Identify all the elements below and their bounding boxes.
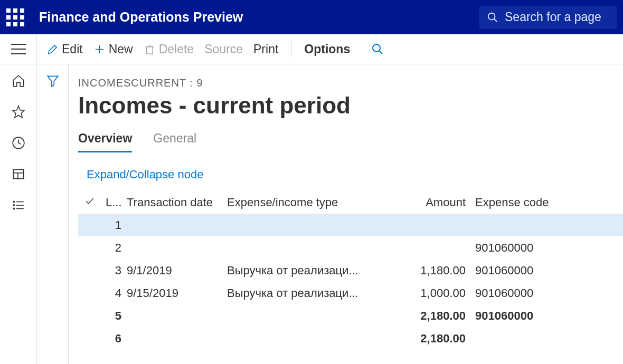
svg-marker-20 [48,76,58,87]
options-label: Options [304,42,350,56]
app-launcher-icon[interactable] [6,8,24,26]
breadcrumb: INCOMESCURRENT : 9 [78,77,623,89]
svg-point-0 [488,13,495,20]
delete-label: Delete [159,42,194,56]
action-toolbar: Edit New Delete Source Print Options [0,34,623,64]
svg-line-8 [380,51,383,54]
cell-date: 9/15/2019 [127,286,227,300]
cell-line: 1 [106,218,127,232]
search-placeholder: Search for a page [505,10,601,24]
checkmark-icon [84,196,95,206]
search-icon [371,43,384,55]
table-row[interactable]: 6 2,180.00 [78,327,623,350]
cell-code: 901060000 [475,286,581,300]
star-icon [12,105,25,119]
expand-collapse-link[interactable]: Expand/Collapse node [87,168,623,181]
cell-line: 2 [106,241,127,255]
col-line[interactable]: L... [106,196,127,209]
col-type[interactable]: Expense/income type [227,196,396,209]
cell-line: 5 [106,309,127,323]
global-search[interactable]: Search for a page [479,6,617,29]
plus-icon [93,43,106,55]
svg-point-7 [373,44,380,52]
data-grid: L... Transaction date Expense/income typ… [78,191,623,350]
table-row[interactable]: 2 901060000 [78,236,623,259]
print-label: Print [253,42,278,56]
svg-rect-11 [13,169,24,178]
app-header: Finance and Operations Preview Search fo… [0,0,623,34]
toolbar-divider [291,41,291,57]
svg-marker-9 [13,106,24,118]
pencil-icon [46,43,59,55]
table-row[interactable]: 5 2,180.00 901060000 [78,304,623,327]
new-button[interactable]: New [93,42,133,56]
options-button[interactable]: Options [304,42,350,56]
cell-type: Выручка от реализаци... [227,286,396,300]
cell-amount: 1,180.00 [396,264,475,277]
source-label: Source [204,42,243,56]
body-container: INCOMESCURRENT : 9 Incomes - current per… [0,64,623,364]
cell-line: 4 [106,286,127,300]
tab-overview[interactable]: Overview [78,131,132,152]
col-date[interactable]: Transaction date [127,196,227,209]
svg-point-18 [13,205,14,206]
tab-general[interactable]: General [153,131,196,152]
page-title: Incomes - current period [78,92,623,119]
workspace-icon [12,167,25,181]
filter-rail [37,64,69,364]
svg-line-1 [494,18,497,22]
detail-tabs: Overview General [78,131,623,153]
trash-icon [144,43,156,55]
nav-recent[interactable] [12,136,25,151]
svg-rect-4 [146,46,153,53]
cell-amount: 1,000.00 [396,286,475,300]
table-row[interactable]: 1 [78,214,623,236]
cell-code: 901060000 [475,309,581,323]
main-content: INCOMESCURRENT : 9 Incomes - current per… [69,64,623,364]
nav-modules[interactable] [12,198,25,214]
cell-amount: 2,180.00 [396,332,475,346]
grid-header-row: L... Transaction date Expense/income typ… [78,191,623,214]
home-icon [12,74,25,88]
search-icon [487,12,498,23]
select-all-checkbox[interactable] [84,196,106,209]
print-button[interactable]: Print [253,42,278,56]
nav-toggle-button[interactable] [0,34,37,64]
svg-point-19 [13,208,14,209]
clock-icon [12,136,25,150]
cell-date: 9/1/2019 [127,264,227,277]
col-amount[interactable]: Amount [396,196,475,209]
funnel-icon [46,74,60,88]
table-row[interactable]: 4 9/15/2019 Выручка от реализаци... 1,00… [78,282,623,304]
side-nav [0,64,37,364]
cell-line: 6 [106,332,127,346]
filter-button[interactable] [46,74,60,364]
cell-line: 3 [106,264,127,277]
cell-amount: 2,180.00 [396,309,475,323]
delete-button: Delete [144,42,194,56]
table-row[interactable]: 3 9/1/2019 Выручка от реализаци... 1,180… [78,259,623,282]
edit-button[interactable]: Edit [46,42,83,56]
col-code[interactable]: Expense code [475,196,581,209]
cell-code: 901060000 [475,264,581,277]
list-icon [12,198,25,212]
nav-workspaces[interactable] [12,167,25,183]
new-label: New [109,42,133,56]
hamburger-icon [11,44,26,54]
toolbar-search-button[interactable] [371,43,384,55]
nav-home[interactable] [12,74,25,89]
nav-favorites[interactable] [12,105,25,120]
app-title: Finance and Operations Preview [39,9,465,25]
svg-point-17 [13,201,14,202]
cell-code: 901060000 [475,241,581,255]
source-button: Source [204,42,243,56]
cell-type: Выручка от реализаци... [227,264,396,277]
edit-label: Edit [62,42,83,56]
